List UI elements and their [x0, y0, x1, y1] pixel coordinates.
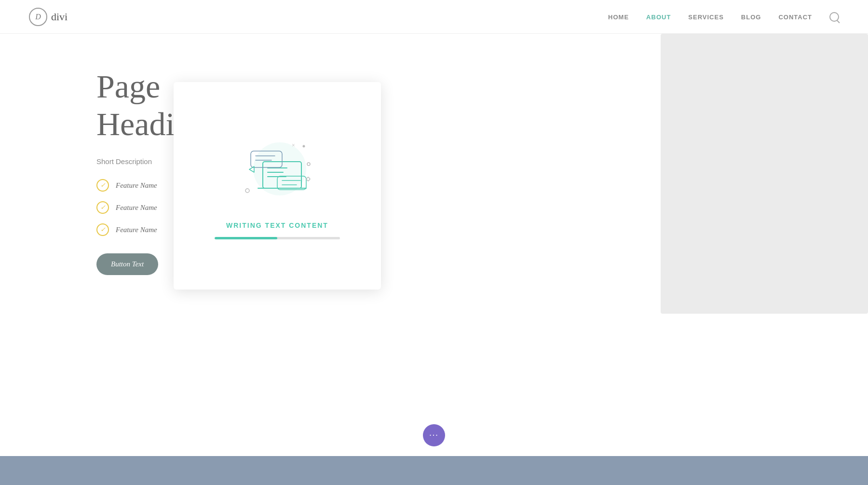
modal-card: × WRITING TEXT CONTENT — [174, 82, 381, 290]
search-icon[interactable] — [829, 12, 839, 22]
feature-label-3: Feature Name — [116, 226, 157, 234]
progress-bar — [215, 237, 340, 239]
svg-point-14 — [303, 145, 305, 147]
nav-item-blog[interactable]: BLOG — [741, 13, 761, 21]
svg-text:×: × — [292, 142, 295, 149]
logo[interactable]: D divi — [29, 8, 68, 26]
main-content: Page Heading Short Description ✓ Feature… — [0, 34, 868, 485]
nav-item-services[interactable]: SERVICES — [688, 13, 724, 21]
check-icon-3: ✓ — [96, 223, 109, 236]
cta-button[interactable]: Button Text — [96, 253, 158, 275]
nav-item-about[interactable]: ABOUT — [646, 13, 671, 21]
svg-point-16 — [245, 189, 249, 193]
navbar: D divi HOME ABOUT SERVICES BLOG CONTACT — [0, 0, 868, 34]
floating-action-button[interactable]: ··· — [423, 424, 445, 446]
nav-item-home[interactable]: HOME — [608, 13, 629, 21]
nav-links: HOME ABOUT SERVICES BLOG CONTACT — [608, 12, 839, 22]
feature-label-2: Feature Name — [116, 204, 157, 212]
check-icon-2: ✓ — [96, 201, 109, 214]
logo-text: divi — [51, 11, 68, 23]
footer-bar — [0, 456, 868, 485]
svg-point-0 — [253, 142, 306, 195]
logo-circle: D — [29, 8, 47, 26]
modal-label: WRITING TEXT CONTENT — [226, 222, 328, 229]
gray-decorative-block — [661, 34, 868, 314]
nav-item-contact[interactable]: CONTACT — [778, 13, 812, 21]
search-button[interactable] — [829, 12, 839, 22]
progress-bar-fill — [215, 237, 277, 239]
modal-illustration: × — [229, 133, 326, 210]
check-icon-1: ✓ — [96, 179, 109, 192]
svg-rect-17 — [306, 177, 310, 180]
feature-label-1: Feature Name — [116, 181, 157, 190]
svg-point-15 — [307, 163, 310, 166]
